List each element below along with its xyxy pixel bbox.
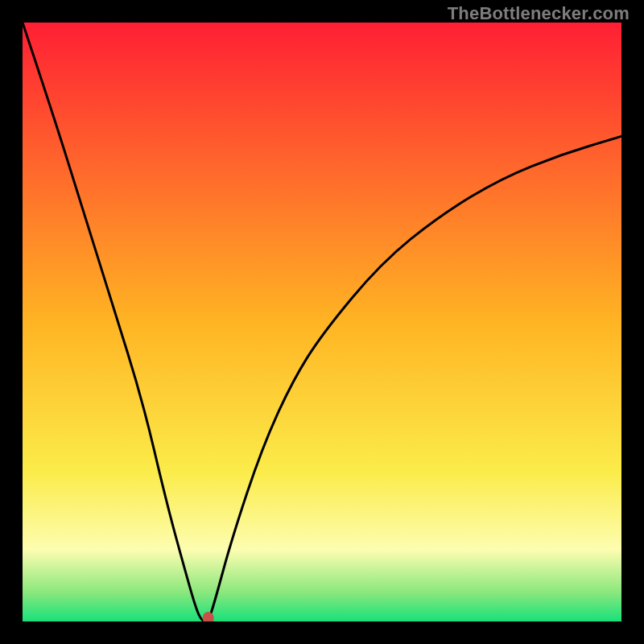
gradient-background	[23, 23, 621, 621]
chart-svg	[23, 23, 621, 621]
plot-area	[23, 23, 621, 621]
watermark-text: TheBottlenecker.com	[448, 3, 630, 24]
chart-frame: TheBottlenecker.com	[0, 0, 644, 644]
